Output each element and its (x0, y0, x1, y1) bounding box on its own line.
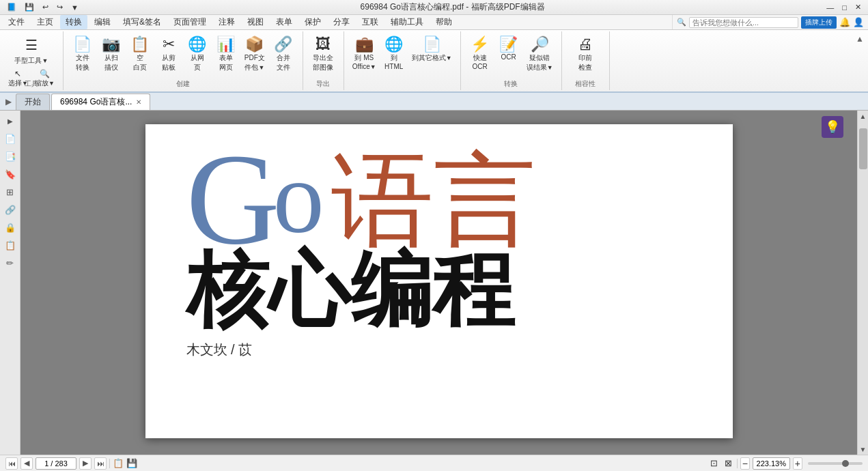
to-html-button[interactable]: 🌐 到HTML (380, 34, 408, 72)
fit-width-button[interactable]: ⊠ (723, 458, 734, 468)
sidebar-link-icon[interactable]: 🔗 (3, 202, 18, 217)
menu-share[interactable]: 分享 (328, 15, 355, 29)
quick-access-save[interactable]: 💾 (22, 2, 37, 12)
save-status-button[interactable]: 💾 (126, 458, 137, 468)
menu-convert[interactable]: 转换 (60, 15, 87, 29)
menu-help[interactable]: 帮助 (430, 15, 458, 29)
global-search-input[interactable] (689, 17, 798, 28)
next-page-button[interactable]: ▶ (79, 457, 92, 470)
ribbon-collapse-icon[interactable]: ▲ (856, 34, 864, 44)
doc-tabs-arrow[interactable]: ▶ (5, 97, 12, 106)
clipboard-label: 从剪贴板 (162, 53, 176, 72)
quick-access-undo[interactable]: ↩ (40, 2, 51, 12)
blank-page-icon: 📋 (130, 35, 149, 53)
menu-home[interactable]: 主页 (31, 15, 59, 29)
to-ms-office-button[interactable]: 💼 到 MSOffice▼ (350, 34, 379, 72)
window-right-controls: — □ ✕ (824, 2, 864, 12)
doc-tab-close-button[interactable]: ✕ (136, 98, 141, 106)
main-area: ▶ 📄 📑 🔖 ⊞ 🔗 🔒 📋 ✏ 💡 G o 语言 核心编程 (0, 111, 868, 455)
quick-ocr-label: 快速OCR (473, 53, 488, 70)
hand-tool-label: 手型工具▼ (14, 56, 48, 66)
status-sep-2 (737, 459, 738, 468)
sidebar-layers-icon[interactable]: ⊞ (3, 184, 18, 199)
ocr-errors-button[interactable]: 🔎 疑似错误结果▼ (524, 34, 556, 74)
zoom-slider-thumb[interactable] (842, 460, 849, 467)
file-convert-button[interactable]: 📄 文件转换 (69, 34, 96, 74)
maximize-button[interactable]: □ (839, 3, 850, 12)
copy-doc-button[interactable]: 📋 (113, 458, 124, 468)
zoom-slider-track[interactable] (808, 462, 863, 465)
sidebar-bookmark-icon[interactable]: 📑 (3, 149, 18, 164)
window-left-icons: 📘 💾 ↩ ↪ ▼ (4, 2, 81, 12)
sidebar-clipboard-icon[interactable]: 📋 (3, 238, 18, 253)
clipboard-button[interactable]: ✂ 从剪贴板 (155, 34, 182, 74)
to-other-button[interactable]: 📄 到其它格式▼ (409, 34, 455, 64)
ribbon-group-to: 💼 到 MSOffice▼ 🌐 到HTML 📄 到其它格式▼ (344, 31, 461, 90)
menu-form[interactable]: 表单 (270, 15, 298, 29)
to-other-label: 到其它格式▼ (412, 53, 452, 63)
menu-edit[interactable]: 编辑 (89, 15, 116, 29)
preflight-button[interactable]: 🖨 印前检查 (572, 34, 599, 74)
ocr-icon: 📝 (499, 35, 518, 53)
menu-connect[interactable]: 互联 (356, 15, 384, 29)
page-number-input[interactable] (36, 457, 76, 470)
prev-page-button[interactable]: ◀ (20, 457, 33, 470)
export-images-button[interactable]: 🖼 导出全部图像 (309, 34, 337, 74)
quick-access-more[interactable]: ▼ (68, 3, 81, 12)
menu-fill-sign[interactable]: 填写&签名 (117, 15, 167, 29)
zoom-level-input[interactable] (753, 457, 790, 470)
fit-page-button[interactable]: ⊡ (708, 458, 720, 468)
last-page-button[interactable]: ⏭ (94, 457, 107, 470)
doc-tab-start[interactable]: 开始 (16, 94, 50, 110)
webpage-button[interactable]: 🌐 从网页 (184, 34, 211, 74)
to-html-icon: 🌐 (384, 35, 403, 53)
bulb-button[interactable]: 💡 (822, 116, 843, 138)
zoom-slider-container[interactable] (808, 462, 863, 465)
hand-icon: ☰ (25, 35, 38, 55)
form-webpage-button[interactable]: 📊 表单网页 (212, 34, 240, 74)
yuyan-text: 语言 (331, 149, 536, 255)
menu-comment[interactable]: 注释 (213, 15, 240, 29)
hand-tool-button[interactable]: ☰ 手型工具▼ (12, 34, 51, 67)
minimize-button[interactable]: — (824, 3, 837, 12)
sidebar-nav-icon[interactable]: ▶ (3, 113, 18, 128)
sidebar-signature-icon[interactable]: ✏ (3, 255, 18, 270)
tools-buttons: ☰ 手型工具▼ (12, 34, 51, 67)
quick-ocr-button[interactable]: ⚡ 快速OCR (466, 34, 494, 72)
sidebar-tag-icon[interactable]: 🔖 (3, 167, 18, 182)
pdf-package-icon: 📦 (245, 35, 264, 53)
user-icon[interactable]: 👤 (853, 17, 864, 27)
menu-file[interactable]: 文件 (3, 15, 30, 29)
scroll-thumb[interactable] (859, 128, 867, 169)
close-button[interactable]: ✕ (852, 2, 864, 12)
notification-icon[interactable]: 🔔 (839, 17, 850, 27)
ocr-button[interactable]: 📝 OCR (495, 34, 522, 62)
quick-access-redo[interactable]: ↪ (54, 2, 66, 12)
to-ms-office-icon: 💼 (355, 35, 374, 53)
menu-accessibility[interactable]: 辅助工具 (385, 15, 429, 29)
upload-button[interactable]: 插牌上传 (801, 16, 837, 29)
zoom-in-button[interactable]: + (793, 457, 802, 470)
form-webpage-icon: 📊 (216, 35, 235, 53)
merge-files-button[interactable]: 🔗 合并文件 (270, 34, 297, 74)
scan-button[interactable]: 📷 从扫描仪 (98, 34, 125, 74)
ocr-group-label: 转换 (504, 79, 518, 89)
sidebar-lock-icon[interactable]: 🔒 (3, 220, 18, 235)
scroll-down-button[interactable]: ▼ (858, 444, 869, 455)
pdf-package-button[interactable]: 📦 PDF文件包▼ (241, 34, 268, 74)
vertical-scrollbar[interactable]: ▲ ▼ (857, 111, 868, 455)
menu-protect[interactable]: 保护 (299, 15, 326, 29)
status-bar: ⏮ ◀ ▶ ⏭ 📋 💾 ⊡ ⊠ − + (0, 455, 868, 471)
create-group-label: 创建 (176, 79, 190, 89)
menu-page-manage[interactable]: 页面管理 (168, 15, 212, 29)
blank-page-button[interactable]: 📋 空白页 (126, 34, 154, 74)
menu-view[interactable]: 视图 (242, 15, 269, 29)
ocr-errors-label: 疑似错误结果▼ (527, 53, 553, 72)
sidebar-page-icon[interactable]: 📄 (3, 131, 18, 146)
pdf-viewer-area[interactable]: 💡 G o 语言 核心编程 木文坎 / 苡 (20, 111, 857, 455)
first-page-button[interactable]: ⏮ (5, 457, 18, 470)
doc-tab-pdf[interactable]: 696984 Go语言核... ✕ (51, 94, 150, 110)
scroll-up-button[interactable]: ▲ (858, 111, 869, 122)
zoom-out-button[interactable]: − (740, 457, 750, 470)
scroll-track[interactable] (858, 122, 868, 444)
